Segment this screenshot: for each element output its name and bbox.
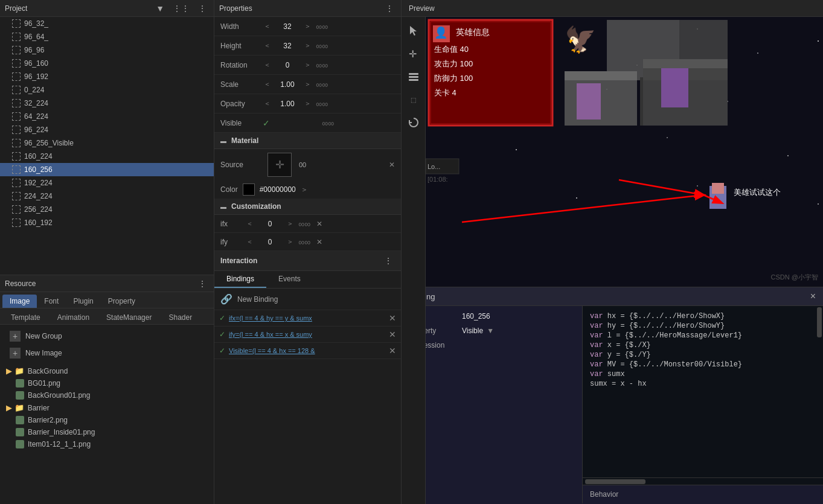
ifx-value[interactable]: 0 — [258, 220, 282, 228]
project-sort-icon[interactable]: ▼ — [153, 2, 167, 14]
file-bg01[interactable]: BG01.png — [2, 377, 211, 389]
cursor-tool[interactable] — [405, 22, 423, 40]
height-decrement[interactable]: ＜ — [263, 40, 272, 51]
editor-scrollbar[interactable] — [816, 306, 823, 477]
interaction-more-icon[interactable]: ⋮ — [382, 255, 395, 267]
file-barrier2[interactable]: Barrier2.png — [2, 414, 211, 426]
height-value[interactable]: 32 — [275, 42, 299, 50]
list-item[interactable]: 256_224 — [0, 203, 214, 216]
binding-item-2[interactable]: ✓ Visible=(l == 4 & hx == 128 & ✕ — [214, 343, 401, 359]
binding-text-0[interactable]: ifx=(l == 4 & hy == y & sumx — [229, 314, 385, 322]
list-item[interactable]: 0_224 — [0, 83, 214, 97]
color-value[interactable]: #00000000 — [260, 185, 296, 194]
hscrollbar-thumb[interactable] — [585, 479, 645, 484]
width-decrement[interactable]: ＜ — [263, 21, 272, 32]
rotation-value[interactable]: 0 — [275, 61, 299, 69]
height-infinite-icon[interactable]: ∞∞ — [316, 41, 328, 51]
scale-increment[interactable]: ＞ — [303, 78, 312, 90]
list-item[interactable]: 160_192 — [0, 216, 214, 229]
ify-close-button[interactable]: ✕ — [316, 238, 322, 246]
list-item[interactable]: 96_256_Visible — [0, 136, 214, 150]
color-swatch[interactable] — [243, 183, 255, 196]
binding-dialog-close-button[interactable]: × — [810, 291, 816, 302]
tab-animation[interactable]: Animation — [49, 311, 98, 324]
tab-bindings[interactable]: Bindings — [214, 271, 266, 288]
opacity-increment[interactable]: ＞ — [303, 98, 312, 109]
layers-tool[interactable] — [405, 68, 423, 86]
move-tool[interactable]: ✛ — [405, 45, 423, 63]
list-item[interactable]: 96_160 — [0, 57, 214, 70]
binding-delete-2[interactable]: ✕ — [389, 346, 396, 356]
tab-property[interactable]: Property — [101, 295, 143, 308]
ify-increment[interactable]: ＞ — [286, 236, 295, 247]
binding-text-1[interactable]: ify=(l == 4 & hx == x & sumy — [229, 331, 385, 338]
tab-statemanager[interactable]: StateManager — [98, 311, 160, 324]
visible-checkbox[interactable]: ✓ — [263, 118, 270, 128]
ifx-decrement[interactable]: ＜ — [245, 218, 254, 229]
expression-editor[interactable]: var hx = {$../../../Hero/ShowX} var hy =… — [583, 306, 823, 477]
list-item[interactable]: 224_224 — [0, 190, 214, 203]
tab-font[interactable]: Font — [37, 295, 66, 308]
ify-decrement[interactable]: ＜ — [245, 236, 254, 247]
project-more-icon[interactable]: ⋮ — [196, 2, 209, 14]
scale-tool[interactable]: ⬚ — [405, 91, 423, 109]
tab-template[interactable]: Template — [2, 311, 49, 324]
refresh-tool[interactable] — [405, 113, 423, 132]
width-infinite-icon[interactable]: ∞∞ — [316, 22, 328, 31]
list-item[interactable]: 96_224 — [0, 123, 214, 136]
property-dropdown[interactable]: Visible ▼ — [462, 327, 494, 335]
color-arrow-icon[interactable]: ＞ — [301, 185, 308, 195]
file-barrier-inside[interactable]: Barrier_Inside01.png — [2, 426, 211, 438]
ify-value[interactable]: 0 — [258, 238, 282, 246]
list-item[interactable]: 96_192 — [0, 70, 214, 83]
width-increment[interactable]: ＞ — [303, 21, 312, 32]
scale-decrement[interactable]: ＜ — [263, 78, 272, 90]
scale-value[interactable]: 1.00 — [275, 80, 299, 89]
list-item-selected[interactable]: 160_256 — [0, 163, 214, 176]
folder-barrier[interactable]: ▶ 📁 Barrier — [2, 401, 211, 414]
list-item[interactable]: 96_32_ — [0, 17, 214, 30]
project-menu-icon[interactable]: ⋮⋮ — [170, 2, 192, 14]
scale-infinite-icon[interactable]: ∞∞ — [316, 80, 328, 89]
binding-delete-0[interactable]: ✕ — [389, 313, 396, 323]
list-item[interactable]: 192_224 — [0, 176, 214, 190]
ifx-close-button[interactable]: ✕ — [316, 220, 322, 228]
folder-background[interactable]: ▶ 📁 BackGround — [2, 365, 211, 377]
new-binding-row[interactable]: 🔗 New Binding — [214, 289, 401, 310]
ifx-increment[interactable]: ＞ — [286, 218, 295, 229]
source-thumbnail[interactable]: ✛ — [267, 153, 292, 177]
opacity-decrement[interactable]: ＜ — [263, 98, 272, 109]
binding-item-1[interactable]: ✓ ify=(l == 4 & hx == x & sumy ✕ — [214, 327, 401, 343]
scrollbar-thumb[interactable] — [817, 307, 822, 337]
binding-text-2[interactable]: Visible=(l == 4 & hx == 128 & — [229, 347, 385, 354]
properties-more-icon[interactable]: ⋮ — [383, 2, 396, 14]
opacity-infinite-icon[interactable]: ∞∞ — [316, 99, 328, 109]
binding-delete-1[interactable]: ✕ — [389, 330, 396, 339]
file-item01[interactable]: Item01-12_1_1.png — [2, 438, 211, 450]
list-item[interactable]: 96_64_ — [0, 30, 214, 43]
width-value[interactable]: 32 — [275, 22, 299, 31]
rotation-decrement[interactable]: ＜ — [263, 59, 272, 71]
file-background01[interactable]: BackGround01.png — [2, 389, 211, 401]
tab-plugin[interactable]: Plugin — [66, 295, 100, 308]
rotation-infinite-icon[interactable]: ∞∞ — [316, 60, 328, 70]
material-section-header[interactable]: ▬ Material — [214, 133, 401, 149]
list-item[interactable]: 64_224 — [0, 110, 214, 123]
editor-hscrollbar[interactable] — [583, 477, 823, 485]
resource-more-icon[interactable]: ⋮ — [196, 278, 209, 290]
tab-events[interactable]: Events — [266, 271, 313, 288]
customization-section-header[interactable]: ▬ Customization — [214, 199, 401, 215]
list-item[interactable]: 96_96 — [0, 43, 214, 57]
binding-item-0[interactable]: ✓ ifx=(l == 4 & hy == y & sumx ✕ — [214, 310, 401, 327]
rotation-increment[interactable]: ＞ — [303, 59, 312, 71]
new-image-button[interactable]: + New Image — [5, 345, 209, 361]
new-group-button[interactable]: + New Group — [5, 328, 209, 344]
source-close-button[interactable]: ✕ — [389, 161, 395, 169]
height-increment[interactable]: ＞ — [303, 40, 312, 51]
list-item[interactable]: 160_224 — [0, 150, 214, 163]
ifx-infinite-icon[interactable]: ∞∞ — [298, 219, 310, 229]
tab-shader[interactable]: Shader — [160, 311, 200, 324]
opacity-value[interactable]: 1.00 — [275, 100, 299, 108]
visible-infinite-icon[interactable]: ∞∞ — [322, 118, 334, 128]
ify-infinite-icon[interactable]: ∞∞ — [298, 237, 310, 247]
